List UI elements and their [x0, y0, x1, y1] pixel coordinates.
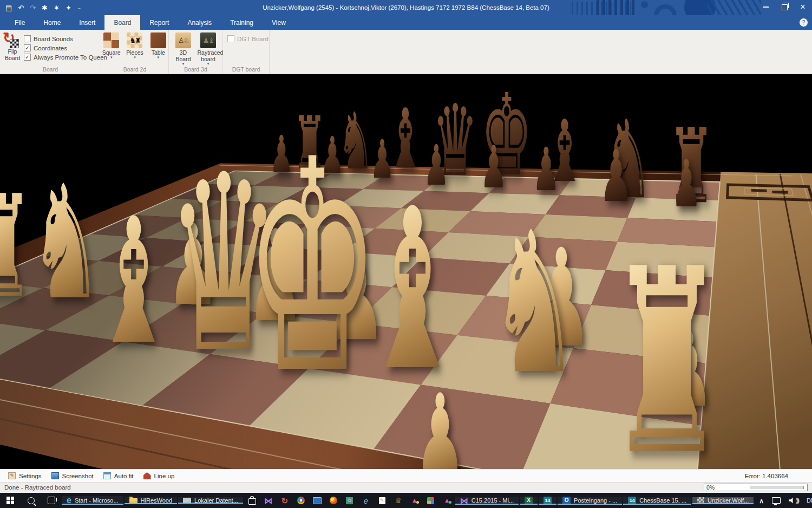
pieces-layer: ♜♞♝♟♟♟♛♚♝♟♟♟♞♟♜♟♜♞♟♟♟♝♟♛♝♞♚♟♜♟	[0, 74, 812, 469]
checkbox-icon	[227, 35, 234, 42]
piece-white-rook[interactable]: ♜	[607, 236, 726, 469]
tab-view[interactable]: View	[263, 15, 295, 30]
minimize-button[interactable]	[757, 0, 775, 14]
taskbar-pinned-chess-king[interactable]: ♕	[390, 497, 407, 504]
tab-training[interactable]: Training	[221, 15, 263, 30]
line-up-button[interactable]: Line up	[139, 470, 180, 482]
group-label-board-3d: Board 3d	[169, 66, 222, 73]
ribbon: ↻ Flip Board Board Sounds✓Coordinates✓Al…	[0, 30, 812, 74]
chrome-icon	[297, 497, 305, 504]
close-icon: ×	[800, 3, 805, 11]
taskbar-pinned-remote-desktop[interactable]	[309, 497, 325, 504]
group-label-board-2d: Board 2d	[101, 66, 168, 73]
help-button[interactable]: ?	[799, 18, 808, 27]
settings-button[interactable]: ✎Settings	[3, 470, 47, 482]
edge-icon: e	[67, 496, 71, 505]
taskbar-pinned-store[interactable]	[244, 497, 260, 505]
piece-black-pawn[interactable]: ♟	[599, 140, 633, 212]
pieces2d-icon: ♞♜	[127, 32, 142, 48]
settings-icon: ✎	[8, 472, 16, 479]
chessbase-window: ▤↶↷✱✶✦⌄ Unzicker,Wolfgang (2545) - Korts…	[0, 0, 812, 508]
taskbar-drive[interactable]: Lokaler Datent...	[178, 497, 243, 504]
language-indicator[interactable]: DEU	[807, 497, 812, 504]
piece-white-pawn[interactable]: ♟	[414, 380, 466, 470]
piece-white-bishop[interactable]: ♝	[93, 195, 174, 368]
tab-home[interactable]: Home	[34, 15, 70, 30]
table2d-icon	[150, 32, 166, 48]
flip-board-label: Flip Board	[4, 48, 21, 61]
taskbar-pinned-visual-studio[interactable]: ⋈	[260, 497, 277, 505]
start-button[interactable]	[0, 493, 21, 508]
tab-report[interactable]: Report	[140, 15, 178, 30]
dgt-board-checkbox[interactable]: DGT Board	[227, 34, 269, 43]
taskbar-pinned-magenta-app-2[interactable]: ▲	[439, 497, 455, 504]
taskbar-excel[interactable]: X	[520, 497, 538, 505]
piece-white-knight[interactable]: ♞	[489, 206, 580, 401]
taskbar-folder[interactable]: HiResWood	[125, 497, 178, 504]
tab-insert[interactable]: Insert	[70, 15, 104, 30]
color-grid-icon	[427, 497, 434, 504]
taskbar-button-label: C15.2015 - Mi...	[472, 497, 514, 504]
taskbar-chessbase-14[interactable]: 14	[539, 497, 556, 505]
taskbar-pinned-magenta-app[interactable]: ▲	[407, 497, 423, 504]
hint-icon[interactable]: ✦	[66, 4, 71, 11]
network-icon[interactable]	[772, 497, 781, 504]
ribbon-tabs: FileHomeInsertBoardReportAnalysisTrainin…	[0, 15, 812, 30]
search-button[interactable]	[21, 493, 41, 508]
undo-icon[interactable]: ↶	[18, 4, 24, 11]
taskbar-board-window-active[interactable]: Unzicker,Wolf...	[692, 497, 754, 504]
save-icon[interactable]: ▤	[5, 4, 12, 11]
piece-white-rook[interactable]: ♜	[0, 177, 34, 317]
titlebar: ▤↶↷✱✶✦⌄ Unzicker,Wolfgang (2545) - Korts…	[0, 0, 812, 15]
checkbox-icon	[24, 35, 31, 42]
taskbar-items: eStart - Microso...HiResWoodLokaler Date…	[62, 493, 755, 508]
quick-access-toolbar: ▤↶↷✱✶✦⌄	[5, 0, 81, 15]
redo-icon[interactable]: ↷	[30, 4, 36, 11]
auto-fit-button[interactable]: Auto fit	[99, 470, 139, 482]
minimize-icon	[763, 6, 769, 8]
screenshot-button[interactable]: Screenshot	[47, 470, 99, 482]
visual-studio-icon: ⋈	[460, 497, 468, 505]
taskbar-pinned-sync[interactable]: ↻	[277, 497, 293, 505]
auto-fit-icon	[103, 472, 111, 479]
piece-black-pawn[interactable]: ♟	[671, 152, 702, 217]
board3d-icon: ♙♘	[175, 32, 191, 48]
taskbar-pinned-photos[interactable]: ✿	[342, 497, 358, 504]
taskbar-chessbase-14[interactable]: 14ChessBase 15, ...	[623, 497, 691, 505]
checkbox-board-sounds[interactable]: Board Sounds	[24, 34, 107, 43]
restore-button[interactable]	[775, 0, 794, 14]
close-button[interactable]: ×	[794, 0, 812, 14]
tab-board[interactable]: Board	[104, 15, 140, 30]
board-toolbar: ✎SettingsScreenshotAuto fitLine upError:…	[0, 469, 812, 482]
ribbon-group-board: ↻ Flip Board Board Sounds✓Coordinates✓Al…	[0, 30, 101, 74]
tool-icon[interactable]: ✶	[54, 4, 60, 11]
taskbar-pinned-notes[interactable]: ✎	[374, 497, 390, 504]
photos-icon: ✿	[346, 497, 353, 504]
progress-groove	[750, 486, 804, 489]
taskbar-button-label: HiResWood	[141, 497, 173, 504]
remote-desktop-icon	[313, 497, 322, 504]
error-readout: Error: 1.403664	[745, 473, 788, 479]
board-3d-view[interactable]: ♜♞♝♟♟♟♛♚♝♟♟♟♞♟♜♟♜♞♟♟♟♝♟♛♝♞♚♟♜♟	[0, 74, 812, 469]
tab-file[interactable]: File	[5, 15, 34, 30]
chessbase-app-icon[interactable]: ✱	[42, 4, 48, 11]
button-label: Raytraced	[198, 49, 219, 56]
tab-analysis[interactable]: Analysis	[178, 15, 221, 30]
checkbox-always-promote-to-queen[interactable]: ✓Always Promote To Queen	[24, 53, 107, 62]
taskbar-pinned-firefox[interactable]	[325, 497, 342, 504]
piece-black-pawn[interactable]: ♟	[480, 138, 507, 197]
more-commands-icon[interactable]: ⌄	[77, 5, 82, 10]
piece-white-king[interactable]: ♚	[244, 121, 381, 414]
taskbar-edge[interactable]: eStart - Microso...	[62, 496, 123, 505]
taskbar-outlook[interactable]: OPosteingang - ...	[558, 497, 622, 505]
hidden-icons-chevron[interactable]: ∧	[759, 497, 764, 505]
piece-white-knight[interactable]: ♞	[29, 165, 102, 322]
taskbar-pinned-internet-explorer[interactable]: e	[358, 497, 374, 505]
checkbox-coordinates[interactable]: ✓Coordinates	[24, 43, 107, 53]
taskbar-pinned-chrome[interactable]	[293, 497, 309, 504]
volume-icon[interactable]: )))	[789, 497, 798, 504]
taskbar-pinned-color-grid[interactable]	[423, 497, 439, 504]
task-view-button[interactable]	[41, 493, 62, 508]
taskbar-visual-studio[interactable]: ⋈C15.2015 - Mi...	[455, 497, 519, 505]
chevron-down-icon: ▾	[173, 62, 194, 65]
